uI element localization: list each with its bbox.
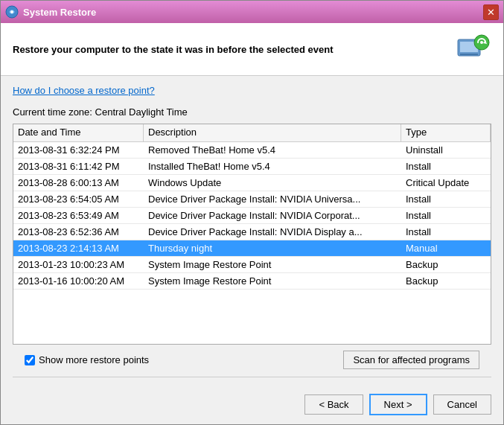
scan-affected-button[interactable]: Scan for affected programs	[343, 351, 479, 369]
show-more-label[interactable]: Show more restore points	[25, 354, 149, 365]
cell-date: 2013-08-31 6:32:24 PM	[13, 142, 144, 158]
help-link[interactable]: How do I choose a restore point?	[13, 85, 491, 96]
cell-date: 2013-08-23 6:52:36 AM	[13, 224, 144, 240]
cell-type: Install	[401, 208, 491, 223]
cell-description: System Image Restore Point	[144, 257, 401, 272]
cell-description: Device Driver Package Install: NVIDIA Un…	[144, 191, 401, 207]
cell-date: 2013-08-23 2:14:13 AM	[13, 240, 144, 256]
divider	[13, 377, 491, 377]
cell-date: 2013-08-23 6:54:05 AM	[13, 191, 144, 207]
column-header-type: Type	[401, 124, 491, 141]
cell-description: Device Driver Package Install: NVIDIA Di…	[144, 224, 401, 240]
table-scroll[interactable]: 2013-08-31 6:32:24 PMRemoved TheBat! Hom…	[13, 142, 491, 344]
table-header: Date and Time Description Type	[13, 124, 491, 142]
cell-type: Uninstall	[401, 142, 491, 158]
cell-date: 2013-08-28 6:00:13 AM	[13, 175, 144, 191]
system-restore-window: System Restore ✕ Restore your computer t…	[0, 0, 504, 425]
cell-date: 2013-01-16 10:00:20 AM	[13, 273, 144, 289]
table-row[interactable]: 2013-08-23 2:14:13 AMThursday nightManua…	[13, 240, 491, 257]
button-bar: < Back Next > Cancel	[1, 386, 503, 424]
column-header-description: Description	[144, 124, 401, 141]
title-bar: System Restore ✕	[1, 1, 503, 23]
svg-point-1	[10, 10, 13, 13]
cell-description: Device Driver Package Install: NVIDIA Co…	[144, 208, 401, 223]
title-bar-title: System Restore	[23, 7, 483, 18]
cell-date: 2013-08-23 6:53:49 AM	[13, 208, 144, 223]
back-button[interactable]: < Back	[304, 394, 363, 415]
content-area: How do I choose a restore point? Current…	[1, 76, 503, 386]
cell-type: Install	[401, 224, 491, 240]
table-row[interactable]: 2013-01-23 10:00:23 AMSystem Image Resto…	[13, 257, 491, 273]
svg-point-7	[480, 41, 483, 44]
show-more-checkbox[interactable]	[25, 355, 35, 365]
close-button[interactable]: ✕	[483, 4, 499, 20]
table-row[interactable]: 2013-08-28 6:00:13 AMWindows UpdateCriti…	[13, 175, 491, 191]
table-row[interactable]: 2013-08-23 6:53:49 AMDevice Driver Packa…	[13, 208, 491, 224]
cell-description: Installed TheBat! Home v5.4	[144, 159, 401, 174]
title-bar-icon	[5, 5, 19, 19]
svg-rect-4	[460, 54, 478, 55]
table-row[interactable]: 2013-08-31 6:32:24 PMRemoved TheBat! Hom…	[13, 142, 491, 159]
show-more-text: Show more restore points	[39, 354, 149, 365]
next-button[interactable]: Next >	[369, 394, 427, 415]
cell-type: Manual	[401, 240, 491, 256]
cell-description: Removed TheBat! Home v5.4	[144, 142, 401, 158]
header-title: Restore your computer to the state it wa…	[13, 44, 334, 55]
table-row[interactable]: 2013-08-23 6:54:05 AMDevice Driver Packa…	[13, 191, 491, 208]
restore-points-table: Date and Time Description Type 2013-08-3…	[13, 124, 491, 345]
cell-description: Windows Update	[144, 175, 401, 191]
table-row[interactable]: 2013-01-16 10:00:20 AMSystem Image Resto…	[13, 273, 491, 290]
cell-description: System Image Restore Point	[144, 273, 401, 289]
table-row[interactable]: 2013-08-23 6:52:36 AMDevice Driver Packa…	[13, 224, 491, 240]
cell-type: Backup	[401, 257, 491, 272]
table-row[interactable]: 2013-08-31 6:11:42 PMInstalled TheBat! H…	[13, 159, 491, 175]
cell-type: Critical Update	[401, 175, 491, 191]
header-section: Restore your computer to the state it wa…	[1, 23, 503, 76]
column-header-date: Date and Time	[13, 124, 144, 141]
cell-type: Install	[401, 191, 491, 207]
cancel-button[interactable]: Cancel	[433, 394, 491, 415]
cell-type: Backup	[401, 273, 491, 289]
restore-icon	[454, 33, 491, 65]
cell-date: 2013-08-31 6:11:42 PM	[13, 159, 144, 174]
cell-description: Thursday night	[144, 240, 401, 256]
cell-type: Install	[401, 159, 491, 174]
cell-date: 2013-01-23 10:00:23 AM	[13, 257, 144, 272]
timezone-label: Current time zone: Central Daylight Time	[13, 106, 491, 118]
footer-section: Show more restore points Scan for affect…	[13, 345, 491, 369]
